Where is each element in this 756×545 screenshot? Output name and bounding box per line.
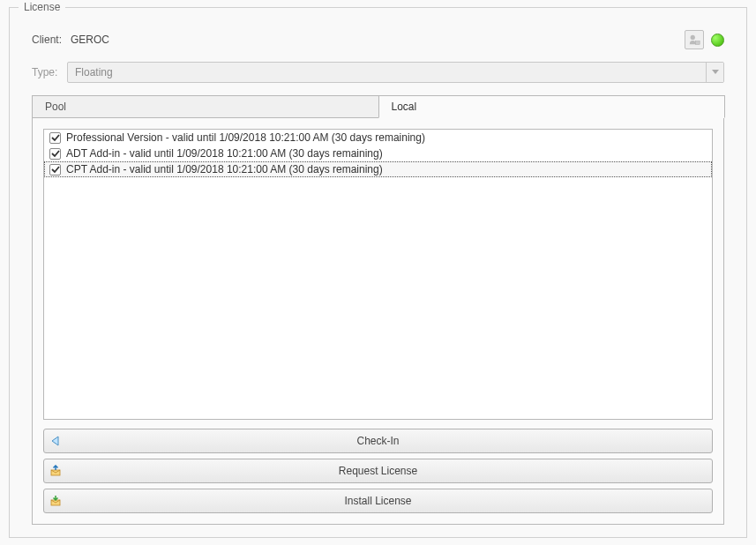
- triangle-left-icon: [44, 436, 67, 446]
- user-icon: [688, 34, 700, 46]
- chevron-down-icon: [706, 63, 723, 82]
- user-profile-button[interactable]: [685, 30, 704, 49]
- client-row: Client: GEROC: [32, 30, 724, 49]
- license-list[interactable]: Professional Version - valid until 1/09/…: [43, 129, 713, 420]
- button-label: Install License: [67, 495, 712, 507]
- type-select-value: Floating: [75, 66, 113, 78]
- client-value: GEROC: [71, 34, 685, 46]
- top-icons: [685, 30, 724, 49]
- tabs-container: Pool Local Professional Version - valid …: [32, 95, 724, 525]
- request-license-button[interactable]: Request License: [43, 459, 713, 483]
- tab-local[interactable]: Local: [378, 95, 726, 118]
- license-item-label: CPT Add-in - valid until 1/09/2018 10:21…: [66, 163, 383, 175]
- action-buttons: Check-In Request License: [43, 429, 713, 513]
- client-label: Client:: [32, 34, 67, 46]
- install-license-button[interactable]: Install License: [43, 489, 713, 513]
- license-checkbox[interactable]: [49, 148, 61, 160]
- license-item[interactable]: ADT Add-in - valid until 1/09/2018 10:21…: [44, 146, 712, 161]
- groupbox-title: License: [19, 1, 65, 13]
- license-item-label: Professional Version - valid until 1/09/…: [66, 131, 425, 144]
- license-item[interactable]: CPT Add-in - valid until 1/09/2018 10:21…: [44, 161, 712, 177]
- license-groupbox: License Client: GEROC Type: Floating P: [9, 7, 747, 538]
- mail-in-icon: [44, 495, 67, 507]
- license-item-label: ADT Add-in - valid until 1/09/2018 10:21…: [66, 147, 383, 160]
- tab-pool[interactable]: Pool: [32, 95, 379, 118]
- type-select: Floating: [67, 62, 724, 83]
- svg-point-0: [691, 35, 695, 40]
- license-item[interactable]: Professional Version - valid until 1/09/…: [44, 130, 712, 146]
- type-row: Type: Floating: [32, 62, 724, 83]
- type-label: Type:: [32, 66, 67, 78]
- tab-body-local: Professional Version - valid until 1/09/…: [32, 117, 724, 525]
- license-checkbox[interactable]: [49, 132, 61, 144]
- button-label: Request License: [67, 465, 712, 477]
- button-label: Check-In: [67, 435, 712, 447]
- mail-out-icon: [44, 465, 67, 477]
- status-indicator: [711, 34, 724, 47]
- svg-rect-1: [696, 41, 700, 45]
- checkin-button[interactable]: Check-In: [43, 429, 713, 453]
- tabs-header: Pool Local: [32, 95, 724, 118]
- license-checkbox[interactable]: [49, 164, 61, 175]
